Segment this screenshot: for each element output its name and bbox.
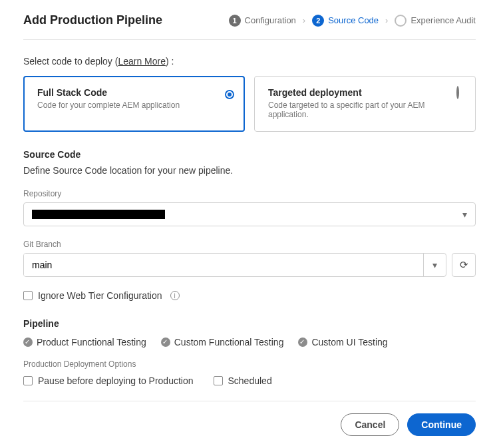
- step-source-code[interactable]: 2 Source Code: [312, 15, 379, 27]
- check-icon: [298, 337, 307, 347]
- radio-selected-icon: [225, 88, 234, 97]
- step-configuration[interactable]: 1 Configuration: [229, 15, 296, 27]
- dialog-header: Add Production Pipeline 1 Configuration …: [23, 13, 476, 40]
- chevron-right-icon: ›: [303, 15, 305, 25]
- step-label-1: Configuration: [245, 15, 296, 25]
- repository-select[interactable]: ▾: [23, 202, 476, 226]
- test-label: Custom UI Testing: [311, 337, 387, 347]
- option-targeted-deployment[interactable]: Targeted deployment Code targeted to a s…: [254, 76, 476, 132]
- pause-before-prod-label: Pause before deploying to Production: [38, 375, 194, 386]
- ignore-web-tier-label: Ignore Web Tier Configuration: [38, 290, 162, 301]
- step-badge-1: 1: [229, 15, 241, 27]
- test-label: Custom Functional Testing: [174, 337, 284, 347]
- step-badge-2: 2: [312, 15, 324, 27]
- step-label-3: Experience Audit: [411, 15, 476, 25]
- ignore-web-tier-checkbox[interactable]: [23, 291, 33, 300]
- pipeline-tests: Product Functional Testing Custom Functi…: [23, 337, 476, 347]
- select-code-prompt: Select code to deploy (Learn More) :: [23, 56, 476, 67]
- prompt-text: Select code to deploy (: [23, 56, 118, 67]
- cancel-button[interactable]: Cancel: [341, 413, 399, 436]
- test-product-functional: Product Functional Testing: [23, 337, 146, 347]
- scheduled-checkbox[interactable]: [214, 376, 223, 385]
- branch-dropdown-toggle[interactable]: ▾: [423, 254, 446, 276]
- wizard-stepper: 1 Configuration › 2 Source Code › Experi…: [229, 15, 476, 27]
- dialog-title: Add Production Pipeline: [23, 13, 162, 27]
- dialog-footer: Cancel Continue: [23, 413, 476, 436]
- info-icon[interactable]: i: [170, 291, 180, 300]
- option-targeted-title: Targeted deployment: [268, 87, 462, 98]
- check-icon: [23, 337, 33, 347]
- pause-before-prod-checkbox[interactable]: [23, 376, 33, 385]
- step-experience-audit[interactable]: Experience Audit: [395, 15, 476, 27]
- test-custom-ui: Custom UI Testing: [298, 337, 387, 347]
- pipeline-heading: Pipeline: [23, 318, 476, 329]
- step-empty-badge-3: [395, 15, 407, 27]
- refresh-icon: ⟳: [460, 259, 468, 271]
- prompt-suffix: ) :: [166, 56, 174, 67]
- branch-combobox[interactable]: ▾: [23, 253, 446, 277]
- continue-button[interactable]: Continue: [407, 413, 476, 436]
- test-label: Product Functional Testing: [37, 337, 146, 347]
- repository-value-redacted: [32, 210, 165, 219]
- prod-deploy-options-label: Production Deployment Options: [23, 359, 476, 369]
- learn-more-link[interactable]: Learn More: [118, 56, 166, 67]
- prod-deploy-options: Pause before deploying to Production Sch…: [23, 375, 476, 401]
- repository-label: Repository: [23, 189, 476, 198]
- option-targeted-desc: Code targeted to a specific part of your…: [268, 101, 462, 119]
- test-custom-functional: Custom Functional Testing: [161, 337, 284, 347]
- branch-label: Git Branch: [23, 240, 476, 249]
- radio-empty-icon: [456, 87, 466, 97]
- source-code-description: Define Source Code location for your new…: [23, 165, 476, 176]
- chevron-down-icon: ▾: [432, 260, 437, 270]
- chevron-right-icon: ›: [385, 15, 388, 25]
- option-full-stack-title: Full Stack Code: [37, 87, 231, 98]
- chevron-down-icon: ▾: [462, 209, 467, 220]
- branch-input[interactable]: [24, 254, 423, 276]
- source-code-heading: Source Code: [23, 149, 476, 160]
- option-full-stack-desc: Code for your complete AEM application: [37, 101, 231, 110]
- option-full-stack-code[interactable]: Full Stack Code Code for your complete A…: [23, 76, 245, 132]
- scheduled-label: Scheduled: [228, 375, 272, 386]
- step-label-2: Source Code: [328, 15, 379, 25]
- check-icon: [161, 337, 170, 347]
- refresh-branches-button[interactable]: ⟳: [452, 253, 476, 277]
- deploy-option-cards: Full Stack Code Code for your complete A…: [23, 76, 476, 132]
